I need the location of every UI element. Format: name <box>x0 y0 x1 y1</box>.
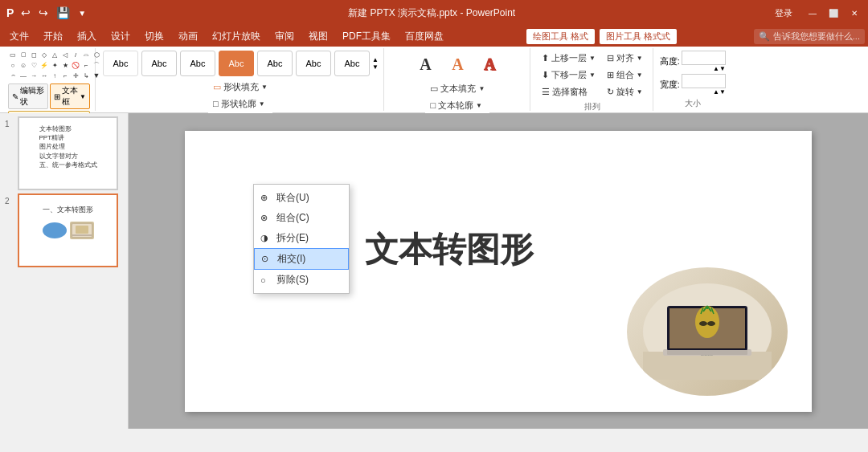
style-btn-6[interactable]: Abc <box>296 51 331 76</box>
dropdown-combine-subtract[interactable]: ○ 剪除(S) <box>254 270 349 290</box>
shape-uparrow[interactable]: ↑ <box>50 71 59 80</box>
up-layer-arrow: ▼ <box>589 55 596 62</box>
art-A1[interactable]: A <box>411 50 440 79</box>
width-up[interactable]: ▲ <box>713 88 719 96</box>
shape-line[interactable]: — <box>18 71 28 80</box>
shape-diamond[interactable]: ◇ <box>39 50 49 59</box>
shape-trap[interactable]: ⌓ <box>81 50 91 59</box>
shape-star4[interactable]: ✦ <box>50 60 59 70</box>
menu-view[interactable]: 视图 <box>302 28 334 45</box>
shape-oval[interactable]: ○ <box>8 60 18 70</box>
customize-btn[interactable]: ▼ <box>76 9 88 18</box>
restore-btn[interactable]: ⬜ <box>826 6 841 20</box>
menu-slideshow[interactable]: 幻灯片放映 <box>206 28 267 45</box>
shape-rtri[interactable]: ◁ <box>60 50 70 59</box>
dropdown-combine-combine[interactable]: ⊗ 组合(C) <box>254 208 349 228</box>
shape-rect[interactable]: ▭ <box>8 50 18 59</box>
edit-shape-btn[interactable]: ✎ 编辑形状 <box>8 83 48 109</box>
rotate-btn[interactable]: ↻ 旋转 ▼ <box>602 83 648 100</box>
style-btn-7[interactable]: Abc <box>334 51 370 76</box>
down-layer-arrow: ▼ <box>589 71 596 79</box>
shape-rect2[interactable]: ◻ <box>29 50 39 59</box>
up-layer-btn[interactable]: ⬆ 上移一层 ▼ <box>537 50 600 66</box>
search-box[interactable]: 🔍 告诉我您想要做什么... <box>754 29 865 44</box>
shape-roundrect[interactable]: ▢ <box>18 50 28 59</box>
shape-ban[interactable]: 🚫 <box>71 60 80 70</box>
menu-animation[interactable]: 动画 <box>172 28 204 45</box>
shape-dblarrow[interactable]: ↔ <box>39 71 49 80</box>
window-title: 新建 PPTX 演示文稿.pptx - PowerPoint <box>348 6 515 20</box>
dropdown-combine-union[interactable]: ⊕ 联合(U) <box>254 188 349 208</box>
shape-bent[interactable]: ↳ <box>81 71 91 80</box>
shape-smiley[interactable]: ☺ <box>18 60 28 70</box>
width-input[interactable] <box>682 74 726 88</box>
menu-transition[interactable]: 切换 <box>138 28 170 45</box>
minimize-btn[interactable]: — <box>805 6 820 20</box>
menu-format-picture[interactable]: 图片工具 格式式 <box>600 29 677 44</box>
shape-arrow[interactable]: → <box>29 71 39 80</box>
scroll-up[interactable]: ▲ <box>372 56 379 63</box>
menu-file[interactable]: 文件 <box>3 28 35 45</box>
split-icon: ◑ <box>260 233 268 243</box>
rotate-arrow: ▼ <box>637 88 643 96</box>
text-fill-btn[interactable]: ▭ 文本填充 ▼ <box>425 80 489 96</box>
height-input[interactable] <box>682 51 726 65</box>
outline-icon: □ <box>213 99 219 108</box>
style-btn-4[interactable]: Abc <box>219 51 254 76</box>
save-btn[interactable]: 💾 <box>54 6 72 19</box>
art-A2[interactable]: A <box>443 50 472 79</box>
undo-btn[interactable]: ↩ <box>18 6 33 19</box>
height-up[interactable]: ▲ <box>713 65 719 72</box>
select-pane-btn[interactable]: ☰ 选择窗格 <box>537 83 600 100</box>
group-label: 组合 <box>616 69 634 81</box>
shape-outline-btn[interactable]: □ 形状轮廓 ▼ <box>208 96 272 112</box>
text-box-label: 文本框 <box>62 85 78 108</box>
scroll-down[interactable]: ▼ <box>372 63 379 71</box>
text-outline-icon: □ <box>430 100 436 110</box>
svg-point-10 <box>695 306 719 338</box>
style-btn-5[interactable]: Abc <box>257 51 293 76</box>
menu-review[interactable]: 审阅 <box>268 28 301 45</box>
menu-baidu[interactable]: 百度网盘 <box>399 28 450 45</box>
align-btn[interactable]: ⊟ 对齐 ▼ <box>602 50 648 66</box>
insert-shapes-group: ▭ ▢ ◻ ◇ △ ◁ / ⌓ ⬡ ○ ☺ ♡ ⚡ ✦ ★ 🚫 <box>3 48 96 111</box>
menu-home[interactable]: 开始 <box>37 28 69 45</box>
slide-thumb-2[interactable]: 一、文本转图形 <box>18 193 118 267</box>
redo-btn[interactable]: ↪ <box>36 6 51 19</box>
menu-insert[interactable]: 插入 <box>71 28 103 45</box>
style-btn-2[interactable]: Abc <box>141 51 177 76</box>
login-btn[interactable]: 登录 <box>775 7 792 19</box>
shape-lightning[interactable]: ⚡ <box>39 60 49 70</box>
dropdown-combine-split[interactable]: ◑ 拆分(E) <box>254 228 349 248</box>
style-btn-3[interactable]: Abc <box>180 51 215 76</box>
text-outline-btn[interactable]: □ 文本轮廓 ▼ <box>425 97 489 113</box>
shape-para[interactable]: / <box>71 50 80 59</box>
shape-heart[interactable]: ♡ <box>29 60 39 70</box>
shape-arc[interactable]: ⌢ <box>8 71 18 80</box>
shape-corner[interactable]: ⌐ <box>60 71 70 80</box>
close-btn[interactable]: ✕ <box>847 6 862 20</box>
arrange-group: ⬆ 上移一层 ▼ ⬇ 下移一层 ▼ ☰ 选择窗格 <box>532 48 653 111</box>
height-down[interactable]: ▼ <box>719 65 726 72</box>
shape-fill-btn[interactable]: ▭ 形状填充 ▼ <box>208 79 272 95</box>
union-icon: ⊕ <box>260 193 268 203</box>
shape-l[interactable]: ⌐ <box>81 60 91 70</box>
style-btn-1[interactable]: Abc <box>103 51 138 76</box>
shape-quad[interactable]: ✛ <box>71 71 80 80</box>
shape-tri[interactable]: △ <box>50 50 59 59</box>
slide-thumb-1[interactable]: 文本转图形PPT精讲图片处理以文字替对方五、统一参考格式式 <box>18 116 118 190</box>
width-down[interactable]: ▼ <box>719 88 726 96</box>
group-btn[interactable]: ⊞ 组合 ▼ <box>602 67 648 83</box>
menu-pdf[interactable]: PDF工具集 <box>336 28 397 45</box>
text-box-btn[interactable]: ⊞ 文本框 ▼ <box>50 83 90 109</box>
menu-format-drawing[interactable]: 绘图工具 格式 <box>526 29 595 44</box>
art-A3[interactable]: A <box>475 50 504 79</box>
text-fill-label: 文本填充 <box>440 83 476 95</box>
shape-star5[interactable]: ★ <box>60 60 70 70</box>
down-layer-btn[interactable]: ⬇ 下移一层 ▼ <box>537 67 600 83</box>
dropdown-combine-intersect[interactable]: ⊙ 相交(I) <box>254 248 349 270</box>
size-group: 高度: ▲ ▼ 宽度: ▲ ▼ <box>655 48 731 111</box>
menu-design[interactable]: 设计 <box>104 28 137 45</box>
title-bar-right: 登录 — ⬜ ✕ <box>775 6 862 20</box>
svg-rect-3 <box>76 226 88 234</box>
